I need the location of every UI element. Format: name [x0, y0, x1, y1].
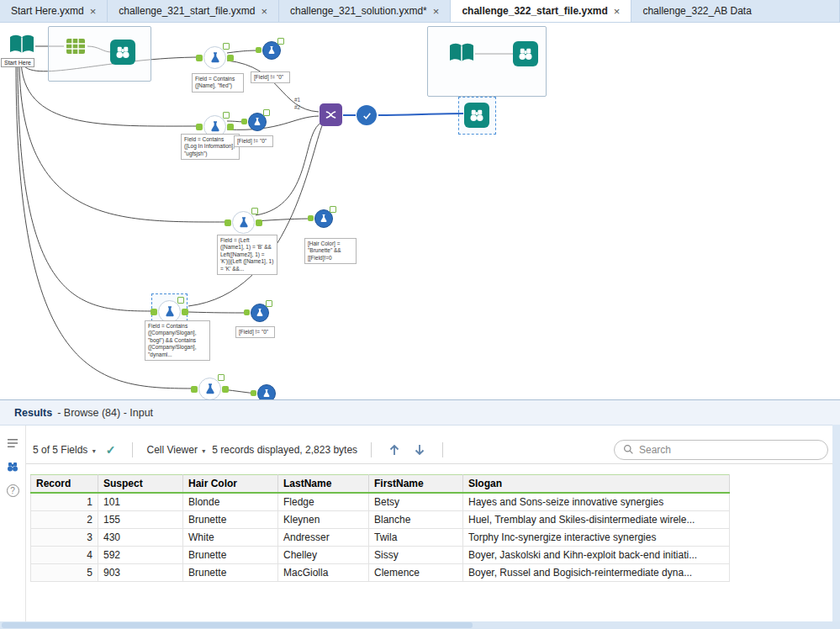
results-side-strip: ? [0, 436, 25, 498]
cell-record: 3 [31, 528, 98, 546]
cell-record: 1 [31, 493, 98, 510]
tab-challenge-322-start[interactable]: challenge_322_start_file.yxmd × [451, 0, 631, 22]
flask-icon [252, 117, 262, 127]
table-header-row: Record Suspect Hair Color LastName First… [31, 475, 730, 494]
test-tool-5[interactable] [257, 384, 276, 399]
cell-haircolor: Brunette [183, 510, 278, 528]
tab-label: challenge_322_AB Data [642, 5, 751, 17]
workflow-canvas[interactable]: Start Here F [0, 23, 840, 399]
filter-tool-1[interactable] [203, 46, 226, 69]
flask-icon [319, 214, 329, 224]
fields-dropdown[interactable]: 5 of 5 Fields ▾ [33, 444, 96, 456]
check-tool[interactable] [357, 105, 377, 125]
cell-haircolor: Blonde [183, 493, 278, 510]
column-header-lastname[interactable]: LastName [278, 475, 369, 494]
document-tab-bar: Start Here.yxmd × challenge_321_start_fi… [0, 0, 840, 23]
cell-record: 5 [31, 563, 98, 581]
browse-tool-2[interactable] [513, 41, 538, 66]
output-book-tool[interactable] [448, 41, 475, 65]
cell-suspect: 592 [98, 546, 183, 563]
tab-close-icon[interactable]: × [614, 5, 621, 18]
tab-close-icon[interactable]: × [90, 5, 97, 18]
filter-tool-5[interactable] [198, 378, 221, 399]
union-tool[interactable] [320, 103, 342, 126]
table-row[interactable]: 2 155 Brunette Kleynen Blanche Huel, Tre… [31, 510, 730, 528]
test-tool-1[interactable] [262, 41, 281, 60]
horizontal-scrollbar[interactable] [0, 621, 840, 629]
filter-tool-3[interactable] [232, 211, 255, 234]
tab-start-here[interactable]: Start Here.yxmd × [0, 0, 108, 22]
annotation[interactable]: Field = Contains ([Name], "fled") [192, 73, 244, 92]
cell-suspect: 430 [98, 528, 183, 546]
tool-badge [266, 300, 272, 307]
checkmark-icon [362, 110, 372, 121]
config-list-button[interactable] [5, 436, 20, 451]
test-tool-4[interactable] [251, 304, 269, 322]
union-icon [324, 108, 338, 122]
book-icon [448, 41, 475, 65]
tab-close-icon[interactable]: × [433, 5, 440, 18]
tab-close-icon[interactable]: × [261, 5, 267, 18]
annotation[interactable]: [Field] != "0" [234, 135, 273, 147]
flask-icon [203, 383, 217, 396]
annotation[interactable]: [Field] != "0" [235, 326, 275, 338]
table-row[interactable]: 5 903 Brunette MacGiolla Clemence Boyer,… [31, 563, 730, 581]
scrollbar-thumb[interactable] [2, 622, 473, 628]
column-header-firstname[interactable]: FirstName [369, 475, 463, 494]
annotation[interactable]: Field = Contains ([Company/Slogan], "bog… [145, 320, 210, 361]
separator [132, 442, 133, 457]
chevron-down-icon: ▾ [202, 447, 205, 455]
summarize-tool[interactable] [64, 34, 87, 58]
book-icon [8, 33, 35, 56]
browse-view-button[interactable] [5, 459, 20, 474]
binoculars-icon [114, 44, 131, 61]
help-button[interactable]: ? [5, 483, 20, 498]
table-icon [64, 34, 87, 58]
input-data-tool[interactable] [8, 33, 35, 56]
results-subtitle: - Browse (84) - Input [57, 407, 153, 419]
tool-badge [330, 206, 336, 213]
results-header: Results - Browse (84) - Input [0, 400, 840, 426]
test-tool-2[interactable] [248, 113, 267, 131]
search-box[interactable] [614, 440, 828, 460]
filter-tool-4[interactable] [158, 300, 181, 323]
arrow-down-icon [413, 443, 426, 457]
tab-challenge-322-ab[interactable]: challenge_322_AB Data [631, 0, 840, 22]
browse-tool-1[interactable] [110, 40, 135, 65]
vertical-scrollbar[interactable] [832, 425, 840, 621]
column-header-suspect[interactable]: Suspect [98, 475, 183, 494]
flask-icon [163, 305, 177, 319]
move-down-button[interactable] [410, 443, 429, 457]
tab-label: challenge_321_start_file.yxmd [119, 5, 255, 17]
search-input[interactable] [639, 444, 819, 456]
table-row[interactable]: 1 101 Blonde Fledge Betsy Hayes and Sons… [31, 493, 730, 510]
tab-challenge-321-start[interactable]: challenge_321_start_file.yxmd × [108, 0, 279, 22]
apply-check-icon[interactable]: ✓ [106, 443, 116, 457]
tab-challenge-321-solution[interactable]: challenge_321_solution.yxmd* × [279, 0, 451, 22]
cell-viewer-label: Cell Viewer [146, 444, 197, 456]
records-count-label: 5 records displayed, 2,823 bytes [212, 444, 357, 456]
move-up-button[interactable] [385, 443, 404, 457]
table-row[interactable]: 4 592 Brunette Chelley Sissy Boyer, Jask… [31, 546, 730, 563]
table-row[interactable]: 3 430 White Andresser Twila Torphy Inc-s… [31, 528, 730, 546]
annotation[interactable]: Field = Contains ([Log In Information], … [181, 134, 240, 160]
arrow-up-icon [388, 443, 401, 457]
browse-tool-selected[interactable] [464, 103, 489, 128]
annotation[interactable]: [Field] != "0" [251, 71, 290, 83]
cell-lastname: MacGiolla [278, 563, 369, 581]
separator [442, 442, 443, 457]
column-header-record[interactable]: Record [31, 475, 98, 494]
chevron-down-icon: ▾ [92, 447, 96, 455]
flask-icon [267, 45, 277, 56]
annotation[interactable]: Field = (Left ([Name1], 1) = 'B' && Left… [217, 235, 277, 275]
flask-icon [255, 308, 265, 318]
cell-viewer-dropdown[interactable]: Cell Viewer ▾ [146, 444, 205, 456]
column-header-slogan[interactable]: Slogan [463, 475, 730, 494]
tool-badge [251, 208, 258, 214]
cell-lastname: Kleynen [278, 510, 369, 528]
tool-badge [277, 38, 284, 45]
column-header-haircolor[interactable]: Hair Color [183, 475, 278, 494]
test-tool-3[interactable] [314, 209, 333, 228]
flask-icon [262, 388, 272, 399]
annotation[interactable]: [Hair Color] = "Brunette" && [[Field]!=0 [304, 238, 357, 264]
